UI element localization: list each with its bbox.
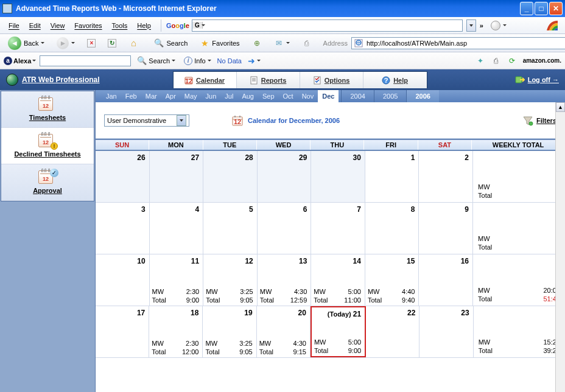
calendar-day-cell[interactable]: 23 [419,306,473,357]
month-oct[interactable]: Oct [279,90,298,102]
sidebar-item-timesheets[interactable]: 12Timesheets [1,91,94,128]
calendar-day-cell[interactable]: 17 [96,306,149,357]
month-nov[interactable]: Nov [298,90,318,102]
print-icon[interactable]: ⎙ [491,56,501,66]
calendar-day-cell[interactable]: 2 [419,151,473,202]
calendar-day-cell[interactable]: 3 [96,203,150,254]
google-search-box[interactable]: G [192,19,463,32]
close-button[interactable]: ✕ [549,2,563,15]
calendar-day-cell[interactable]: 12MW3:25Total9:05 [203,254,258,306]
alexa-popup-button[interactable]: ➜ [245,56,263,66]
main-area: 12Timesheets12!Declined Timesheets12✓App… [0,90,565,392]
refresh-button[interactable]: ↻ [104,37,121,49]
print-button[interactable]: ⎙ [298,37,316,50]
calendar-day-cell[interactable]: 30 [311,151,365,202]
logoff-icon [515,75,525,85]
calendar-day-cell[interactable]: 10 [96,254,150,306]
calendar-day-cell[interactable]: 27 [150,151,204,202]
tab-calendar[interactable]: 12Calendar [174,72,237,88]
month-aug[interactable]: Aug [237,90,258,102]
month-jan[interactable]: Jan [102,90,121,102]
history-button[interactable]: ⊕ [248,37,266,50]
search-button[interactable]: 🔍 Search [150,37,192,50]
amazon-logo[interactable]: amazon.com. [523,57,561,64]
maximize-button[interactable]: □ [535,2,548,15]
calendar-day-cell[interactable]: 5 [203,203,258,254]
back-button[interactable]: ◄ Back [4,35,49,52]
mail-button[interactable]: ✉ [270,37,294,50]
google-search-input[interactable] [206,20,462,31]
alexa-search-button[interactable]: 🔍 Search [135,56,178,66]
calendar-day-cell[interactable]: 16 [419,254,473,306]
date-number: 7 [314,205,361,214]
vertical-scrollbar[interactable]: ▲ ▼ [555,102,565,392]
tool-icon-1[interactable]: ✦ [476,56,485,66]
month-may[interactable]: May [180,90,202,102]
month-dec[interactable]: Dec [318,90,339,102]
month-mar[interactable]: Mar [141,90,161,102]
menu-edit[interactable]: Edit [24,19,46,32]
calendar-day-cell[interactable]: 20MW4:30Total9:15 [257,306,311,357]
funnel-icon [522,115,533,126]
day-entries: MW5:00Total9:00 [314,338,361,355]
calendar-day-cell[interactable]: 11MW2:30Total9:00 [150,254,204,306]
calendar-day-cell[interactable]: 19MW3:25Total9:05 [203,306,256,357]
toolbar-more[interactable]: » [477,21,486,30]
month-apr[interactable]: Apr [161,90,180,102]
calendar-day-cell[interactable]: 8 [365,203,419,254]
month-jul[interactable]: Jul [220,90,237,102]
year-2005[interactable]: 2005 [374,90,406,102]
favorites-button[interactable]: ★ Favorites [195,37,244,50]
month-jun[interactable]: Jun [202,90,221,102]
month-sep[interactable]: Sep [258,90,279,102]
calendar-day-cell[interactable]: 1 [365,151,419,202]
calendar-day-cell[interactable]: 22 [366,306,419,357]
year-2006[interactable]: 2006 [406,90,438,102]
calendar-day-cell[interactable]: 14MW5:00Total11:00 [311,254,365,306]
calendar-day-cell[interactable]: 18MW2:30Total12:00 [149,306,203,357]
forward-button[interactable]: ► [52,35,79,51]
sidebar-item-declined-timesheets[interactable]: 12!Declined Timesheets [1,128,94,164]
filters-button[interactable]: Filters [522,115,556,126]
address-input-wrap[interactable] [351,37,565,49]
alexa-info-button[interactable]: i Info [181,57,213,65]
stop-button[interactable]: × [83,37,100,49]
tab-options[interactable]: Options [300,72,363,88]
alexa-logo[interactable]: a Alexa [4,57,36,65]
tool-icon-2[interactable]: ⟳ [507,56,517,66]
calendar-day-cell[interactable]: 7 [311,203,365,254]
menu-view[interactable]: View [46,19,70,32]
calendar-day-cell[interactable]: 9 [419,203,473,254]
date-number: 8 [368,205,415,214]
scroll-track[interactable] [556,112,565,392]
scroll-up[interactable]: ▲ [556,102,565,112]
sidebar-item-approval[interactable]: 12✓Approval [1,164,94,201]
alexa-search-input[interactable] [40,55,131,66]
calendar-day-cell[interactable]: 29 [258,151,312,202]
menu-favorites[interactable]: Favorites [69,19,107,32]
menu-file[interactable]: File [4,19,24,32]
date-number: 10 [98,257,146,265]
tab-reports[interactable]: Reports [237,72,300,88]
menu-help[interactable]: Help [132,19,156,32]
menu-tools[interactable]: Tools [107,19,133,32]
user-select[interactable]: User Demonstrative [104,114,189,127]
calendar-day-cell[interactable]: 4 [150,203,204,254]
home-button[interactable]: ⌂ [124,37,142,50]
logoff-button[interactable]: Log off → [515,75,559,85]
calendar-day-cell[interactable]: 28 [203,151,258,202]
calendar-day-cell[interactable]: 13MW4:30Total12:59 [258,254,312,306]
unknown-circle-icon[interactable] [491,21,500,30]
app-logo[interactable]: ATR Web Professional [6,74,100,86]
google-dropdown[interactable] [466,19,476,32]
tab-help[interactable]: ?Help [363,72,427,88]
year-2004[interactable]: 2004 [341,90,373,102]
calendar-day-cell[interactable]: (Today) 21MW5:00Total9:00 [311,306,366,357]
month-feb[interactable]: Feb [121,90,141,102]
minimize-button[interactable]: _ [520,2,533,15]
calendar-day-cell[interactable]: 15MW4:40Total9:40 [365,254,419,306]
calendar-day-cell[interactable]: 6 [258,203,312,254]
calendar-day-cell[interactable]: 26 [96,151,150,202]
address-input[interactable] [365,38,565,49]
day-entries: MW3:25Total9:05 [205,339,252,356]
